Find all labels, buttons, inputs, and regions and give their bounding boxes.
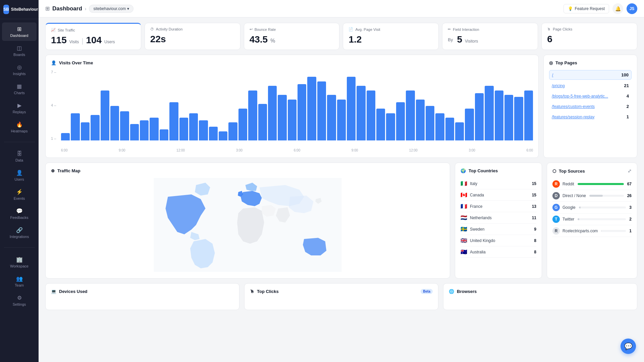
source-row[interactable]: D Direct / None 26 (552, 190, 632, 202)
sidebar-label-feedbacks: Feedbacks (10, 216, 29, 220)
traffic-map-card: ⊕ Traffic Map (45, 163, 450, 279)
bar (376, 109, 385, 140)
stat-card-clicks: 🖱 Page Clicks 6 (541, 23, 637, 50)
bar (465, 109, 474, 140)
bar-group (337, 70, 346, 140)
sidebar-item-team[interactable]: 👥 Team (2, 272, 37, 291)
country-row[interactable]: 🇮🇹Italy15 (461, 178, 536, 189)
bar-group (238, 70, 247, 140)
flag: 🇮🇹 (461, 180, 467, 187)
bar-group (91, 70, 99, 140)
sidebar-item-users[interactable]: 👤 Users (2, 166, 37, 185)
country-info: 🇮🇹Italy (461, 180, 477, 187)
source-row[interactable]: T Twitter 2 (552, 214, 632, 225)
bar-group (347, 70, 356, 140)
sidebar-item-workspace[interactable]: 🏢 Workspace (2, 253, 37, 272)
sidebar-item-replays[interactable]: ▶ Replays (2, 99, 37, 117)
source-bar-fill (579, 206, 581, 208)
duration-icon: ⏱ (150, 27, 154, 31)
sidebar-item-integrations[interactable]: 🔗 Integrations (2, 224, 37, 242)
source-icon: D (552, 192, 560, 199)
sidebar-item-dashboard[interactable]: ⊞ Dashboard (2, 22, 37, 41)
country-row[interactable]: 🇨🇦Canada15 (461, 189, 536, 201)
page-row[interactable]: /blogs/top-5-free-web-analytic...4 (549, 92, 632, 101)
devices-title: 💻 Devices Used (51, 289, 234, 294)
country-info: 🇬🇧United Kingdo (461, 237, 495, 244)
source-name: Direct / None (562, 193, 586, 198)
bar-group (140, 70, 149, 140)
sidebar-item-heatmaps[interactable]: 🔥 Heatmaps (2, 118, 37, 136)
page-count: 21 (624, 83, 629, 88)
sidebar-item-events[interactable]: ⚡ Events (2, 185, 37, 204)
x-label: 12:00 (176, 148, 185, 152)
country-row[interactable]: 🇬🇧United Kingdo8 (461, 235, 536, 246)
page-row[interactable]: /features/custom-events2 (549, 102, 632, 111)
page-row[interactable]: /pricing21 (549, 81, 632, 90)
stat-label-avgvisit: 📄 Avg. Page Visit (348, 27, 433, 32)
country-row[interactable]: 🇫🇷France13 (461, 201, 536, 212)
sidebar-item-data[interactable]: 🗄 Data (2, 147, 37, 166)
country-count: 8 (534, 238, 536, 243)
bar-group (524, 70, 533, 140)
logo[interactable]: SB SiteBehaviour (0, 0, 39, 19)
breadcrumb-sep: › (85, 6, 87, 11)
chat-fab[interactable]: 💬 (621, 339, 636, 354)
bar-group (209, 70, 218, 140)
stat-card-field: ✏ Field Interaction By 5 Visitors (442, 23, 538, 50)
bar (475, 93, 484, 140)
page-row[interactable]: /features/session-replay1 (549, 112, 632, 121)
browsers-card: 🌐 Browsers (443, 283, 637, 310)
country-info: 🇫🇷France (461, 203, 482, 209)
source-row[interactable]: R Rcelectricparts.com 1 (552, 225, 632, 237)
feature-request-button[interactable]: 💡 Feature Request (564, 4, 609, 13)
countries-title: 🌍 Top Countries (461, 168, 536, 173)
stats-row: 📈 Site Traffic 115 Visits | 104 Users ⏱ … (45, 23, 637, 50)
bar (367, 90, 375, 140)
country-row[interactable]: 🇸🇪Sweden9 (461, 224, 536, 235)
bar-group (61, 70, 70, 140)
source-row[interactable]: R Reddit 67 (552, 178, 632, 190)
bar (91, 115, 99, 140)
bar-group (426, 70, 434, 140)
country-row[interactable]: 🇳🇱Netherlands11 (461, 212, 536, 224)
avatar[interactable]: JS (627, 3, 637, 14)
globe-icon: 🌍 (461, 168, 466, 173)
bar-group (495, 70, 503, 140)
sidebar-item-settings[interactable]: ⚙ Settings (2, 291, 37, 310)
country-count: 15 (532, 193, 536, 197)
country-name: Australia (470, 250, 486, 254)
bar-group (445, 70, 454, 140)
domain-badge[interactable]: sitebehaviour.com ▾ (89, 5, 133, 13)
bar-group (268, 70, 277, 140)
sidebar-item-boards[interactable]: ◫ Boards (2, 42, 37, 60)
sidebar-nav-top: ⊞ Dashboard ◫ Boards ◎ Insights ▦ Charts… (0, 19, 39, 140)
heatmaps-icon: 🔥 (16, 121, 23, 128)
bar-group (120, 70, 129, 140)
source-count: 3 (629, 205, 632, 210)
bar (238, 109, 247, 140)
bar (495, 90, 503, 140)
page-count: 100 (621, 72, 629, 77)
sidebar-nav-settings: 🏢 Workspace 👥 Team ⚙ Settings (0, 250, 39, 313)
source-info: R Reddit (552, 180, 574, 188)
x-label: 6:00 (294, 148, 300, 152)
bar (298, 84, 306, 140)
top-clicks-title: 🖱 Top Clicks Beta (250, 289, 433, 294)
source-row[interactable]: G Google 3 (552, 202, 632, 214)
source-name: Reddit (562, 182, 574, 186)
bar-group (504, 70, 513, 140)
bar (248, 90, 257, 140)
stat-card-duration: ⏱ Activity Duration 22s (145, 23, 240, 50)
sidebar-item-feedbacks[interactable]: 💬 Feedbacks (2, 204, 37, 223)
page-row[interactable]: /100 (549, 70, 632, 80)
country-row[interactable]: 🇦🇺Australia8 (461, 246, 536, 258)
expand-icon[interactable]: ⤢ (628, 168, 632, 174)
bar-group (150, 70, 158, 140)
events-icon: ⚡ (16, 189, 23, 195)
sidebar-item-charts[interactable]: ▦ Charts (2, 80, 37, 98)
notifications-button[interactable]: 🔔 (612, 3, 623, 14)
sidebar-item-insights[interactable]: ◎ Insights (2, 61, 37, 79)
sources-list: R Reddit 67 D Direct / None 26 G Google (552, 178, 632, 237)
browsers-icon: 🌐 (449, 289, 454, 294)
sidebar-label-events: Events (14, 196, 25, 200)
